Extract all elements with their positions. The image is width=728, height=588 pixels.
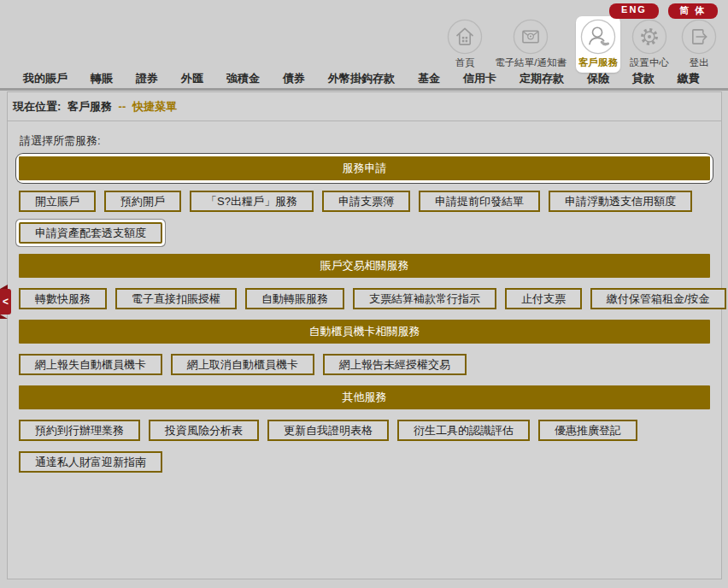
- logout-shortcut[interactable]: 登出: [678, 16, 719, 73]
- section-title-1: 賬戶交易相關服務: [19, 254, 710, 278]
- nav-item-6[interactable]: 外幣掛鈎存款: [328, 71, 395, 86]
- breadcrumb-section: 客戶服務: [68, 100, 112, 113]
- service-button-0-1[interactable]: 預約開戶: [104, 191, 181, 212]
- logout-icon: [681, 19, 717, 55]
- settings-icon: [631, 19, 667, 55]
- service-button-0-3[interactable]: 申請支票簿: [322, 191, 410, 212]
- nav-item-4[interactable]: 強積金: [226, 71, 260, 86]
- logout-label: 登出: [690, 56, 709, 69]
- nav-item-3[interactable]: 外匯: [181, 71, 203, 86]
- online-banking-page: { "header": { "lang_buttons": [ {"label"…: [0, 0, 728, 588]
- lang-eng-button[interactable]: ENG: [609, 3, 659, 19]
- nav-item-2[interactable]: 證券: [136, 71, 158, 86]
- service-button-0-2[interactable]: 「S?出糧戶」服務: [190, 191, 314, 212]
- button-row: 開立賬戶預約開戶「S?出糧戶」服務申請支票簿申請提前印發結單申請浮動透支信用額度: [19, 191, 710, 212]
- customer-service-shortcut[interactable]: 客戶服務: [576, 16, 620, 73]
- service-button-1-0[interactable]: 轉數快服務: [19, 288, 107, 309]
- button-row: 轉數快服務電子直接扣賬授權自動轉賬服務支票結算補款常行指示止付支票繳付保管箱租金…: [19, 288, 710, 309]
- settings-shortcut[interactable]: 設置中心: [627, 16, 672, 73]
- service-button-2-2[interactable]: 網上報告未經授權交易: [323, 354, 467, 375]
- customer-service-icon: [580, 19, 616, 55]
- service-button-0-4[interactable]: 申請提前印發結單: [419, 191, 540, 212]
- section-title-2: 自動櫃員機卡相關服務: [19, 320, 710, 344]
- section-bar-wrap-0: 服務申請: [19, 156, 710, 180]
- button-row: 通達私人財富迎新指南: [19, 451, 710, 473]
- e-statement-icon: [513, 19, 549, 55]
- home-icon: [447, 19, 483, 55]
- service-button-2-0[interactable]: 網上報失自動櫃員機卡: [19, 354, 162, 375]
- nav-item-0[interactable]: 我的賬戶: [23, 71, 68, 86]
- customer-service-label: 客戶服務: [578, 56, 618, 69]
- service-button-2-1[interactable]: 網上取消自動櫃員機卡: [171, 354, 314, 375]
- service-button-3-5[interactable]: 通達私人財富迎新指南: [19, 451, 162, 473]
- service-button-3-1[interactable]: 投資風險分析表: [149, 420, 259, 441]
- home-shortcut[interactable]: 首頁: [444, 16, 485, 73]
- service-button-0-5[interactable]: 申請浮動透支信用額度: [549, 191, 692, 212]
- header-divider: [0, 88, 728, 91]
- service-button-0-0[interactable]: 開立賬戶: [19, 191, 96, 212]
- nav-item-5[interactable]: 債券: [283, 71, 305, 86]
- service-button-1-1[interactable]: 電子直接扣賬授權: [115, 288, 237, 309]
- quick-icon-row: 首頁 電子結單/通知書 客戶服務 設置中心: [444, 16, 719, 73]
- nav-item-12[interactable]: 繳費: [678, 71, 700, 86]
- service-button-1-2[interactable]: 自動轉賬服務: [245, 288, 344, 309]
- section-bar-wrap-2: 自動櫃員機卡相關服務: [19, 320, 710, 344]
- breadcrumb-prefix: 現在位置:: [13, 100, 61, 113]
- content-panel: 現在位置: 客戶服務 -- 快捷菜單 請選擇所需服務: 服務申請開立賬戶預約開戶…: [7, 91, 722, 579]
- service-sections: 服務申請開立賬戶預約開戶「S?出糧戶」服務申請支票簿申請提前印發結單申請浮動透支…: [19, 156, 710, 473]
- service-prompt: 請選擇所需服務:: [20, 133, 710, 149]
- service-menu-body: 請選擇所需服務: 服務申請開立賬戶預約開戶「S?出糧戶」服務申請支票簿申請提前印…: [8, 121, 721, 491]
- breadcrumb-separator: --: [119, 100, 126, 113]
- home-label: 首頁: [455, 56, 475, 69]
- service-button-3-4[interactable]: 優惠推廣登記: [538, 420, 637, 441]
- section-bar-wrap-3: 其他服務: [19, 385, 710, 409]
- service-button-0-6[interactable]: 申請資產配套透支額度: [19, 222, 162, 244]
- e-statement-shortcut[interactable]: 電子結單/通知書: [492, 16, 569, 73]
- language-switch: ENG 简 体: [609, 3, 718, 19]
- breadcrumb-current: 快捷菜單: [132, 100, 177, 113]
- lang-simplified-button[interactable]: 简 体: [668, 3, 718, 19]
- service-button-1-3[interactable]: 支票結算補款常行指示: [353, 288, 496, 309]
- main-nav: 我的賬戶轉賬證券外匯強積金債券外幣掛鈎存款基金信用卡定期存款保險貸款繳費: [0, 71, 728, 86]
- section-title-3: 其他服務: [19, 385, 710, 409]
- service-button-1-4[interactable]: 止付支票: [505, 288, 582, 309]
- nav-item-10[interactable]: 保險: [587, 71, 609, 86]
- section-title-0: 服務申請: [19, 156, 710, 180]
- service-button-1-5[interactable]: 繳付保管箱租金/按金: [590, 288, 726, 309]
- e-statement-label: 電子結單/通知書: [495, 56, 567, 69]
- nav-item-11[interactable]: 貸款: [632, 71, 655, 86]
- button-row: 網上報失自動櫃員機卡網上取消自動櫃員機卡網上報告未經授權交易: [19, 354, 710, 375]
- collapse-panel-tab[interactable]: <: [0, 289, 11, 315]
- button-row: 申請資產配套透支額度: [19, 222, 710, 244]
- button-row: 預約到行辦理業務投資風險分析表更新自我證明表格衍生工具的認識評估優惠推廣登記: [19, 420, 710, 441]
- service-button-3-0[interactable]: 預約到行辦理業務: [19, 420, 140, 441]
- nav-item-8[interactable]: 信用卡: [463, 71, 496, 86]
- breadcrumb: 現在位置: 客戶服務 -- 快捷菜單: [8, 92, 721, 121]
- settings-label: 設置中心: [630, 56, 669, 69]
- section-bar-wrap-1: 賬戶交易相關服務: [19, 254, 710, 278]
- nav-item-9[interactable]: 定期存款: [520, 71, 564, 86]
- service-button-3-2[interactable]: 更新自我證明表格: [267, 420, 389, 441]
- service-button-3-3[interactable]: 衍生工具的認識評估: [397, 420, 530, 441]
- nav-item-1[interactable]: 轉賬: [91, 71, 113, 86]
- nav-item-7[interactable]: 基金: [418, 71, 440, 86]
